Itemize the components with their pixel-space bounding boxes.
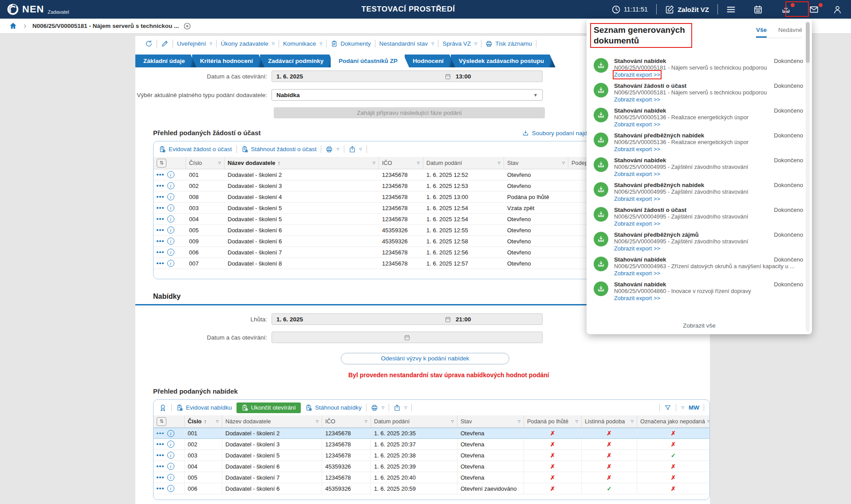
tab-kriteria-hodnoceni[interactable]: Kritéria hodnocení	[192, 55, 264, 67]
filter-icon[interactable]: ▽	[365, 419, 367, 423]
submission-type-select[interactable]: Nabídka ▼	[272, 89, 543, 101]
zalozit-vz-button[interactable]: Založit VZ	[662, 3, 712, 16]
stahnout-zadosti-o-ucast-button[interactable]: Stáhnout žádosti o účast	[241, 146, 317, 153]
menu-sprava-vz[interactable]: Správa VZ▽	[442, 40, 477, 47]
row-info-icon[interactable]: i	[167, 452, 174, 459]
user-profile-button[interactable]	[830, 3, 845, 16]
column-header-listinna-podoba[interactable]: Listinná podoba▽	[582, 415, 637, 427]
evidovat-zadost-o-ucast-button[interactable]: Evidovat žádost o účast	[159, 146, 232, 153]
table-row[interactable]: i001Dodavatel - školení 2123456781. 6. 2…	[154, 428, 709, 439]
filter-icon[interactable]: ▽	[631, 419, 634, 423]
row-actions-button[interactable]	[157, 196, 164, 198]
submission-files-link[interactable]: Soubory podaní najdete	[522, 130, 595, 137]
row-actions-button[interactable]	[157, 251, 164, 253]
column-settings-icon[interactable]: ⇅	[157, 159, 166, 168]
scrollbar-thumb[interactable]	[806, 22, 810, 63]
tab-zakladni-udaje[interactable]: Základní údaje	[135, 55, 197, 67]
filter-icon[interactable]: ▽	[562, 161, 565, 165]
table-row[interactable]: i004Dodavatel - školení 6453593261. 6. 2…	[154, 461, 709, 472]
column-header-datum-podani[interactable]: Datum podání▽	[423, 157, 504, 169]
tab-podani-ucastniku-zp[interactable]: Podání účastníků ZP	[331, 55, 409, 67]
table-row[interactable]: i003Dodavatel - školení 5123456781. 6. 2…	[154, 450, 709, 461]
generated-documents-button[interactable]	[779, 3, 793, 16]
opening-datetime-input[interactable]: 1. 6. 2025 13:00	[272, 70, 543, 82]
row-info-icon[interactable]: i	[167, 249, 174, 256]
row-info-icon[interactable]: i	[167, 193, 174, 200]
row-actions-button[interactable]	[157, 218, 164, 220]
show-export-link[interactable]: Zobrazit export >>	[614, 71, 660, 78]
refresh-icon[interactable]	[145, 40, 153, 47]
user-initials-badge[interactable]: MW	[689, 404, 699, 411]
row-actions-button[interactable]	[157, 207, 164, 209]
filter-icon[interactable]: ▽	[316, 419, 319, 423]
show-export-link[interactable]: Zobrazit export >>	[614, 245, 660, 252]
show-export-link[interactable]: Zobrazit export >>	[614, 96, 660, 103]
home-icon[interactable]	[9, 22, 17, 30]
row-actions-button[interactable]	[157, 240, 164, 242]
close-tab-icon[interactable]	[183, 22, 191, 30]
calendar-small-icon[interactable]	[445, 316, 451, 323]
column-header-ico[interactable]: IČO▽	[322, 415, 371, 427]
messages-button[interactable]	[807, 3, 821, 16]
row-actions-button[interactable]	[157, 454, 164, 456]
column-header-stav[interactable]: Stav▽	[504, 157, 568, 169]
filter-icon[interactable]: ▽	[216, 419, 219, 423]
offers-opening-input[interactable]	[272, 332, 543, 343]
row-info-icon[interactable]: i	[167, 227, 174, 234]
tab-vysledek-zadavaciho-postupu[interactable]: Výsledek zadávacího postupu	[451, 55, 556, 67]
panel-tab-vse[interactable]: Vše	[756, 27, 767, 38]
row-info-icon[interactable]: i	[167, 171, 174, 178]
row-actions-button[interactable]	[157, 262, 164, 264]
row-info-icon[interactable]: i	[167, 182, 174, 189]
filter-icon[interactable]: ▽	[451, 419, 454, 423]
column-header-datum-podani[interactable]: Datum podání▽	[371, 415, 457, 427]
calendar-button[interactable]	[751, 3, 765, 16]
panel-tab-nedavne[interactable]: Nedávné	[778, 27, 802, 38]
filter-icon[interactable]: ▽	[498, 161, 500, 165]
row-info-icon[interactable]: i	[167, 238, 174, 245]
menu-nestandardni-stav[interactable]: Nestandardní stav▽	[379, 40, 434, 47]
row-info-icon[interactable]: i	[167, 474, 174, 481]
column-header-nazev-dodavatele[interactable]: Název dodavatele↑▽	[225, 157, 379, 169]
row-info-icon[interactable]: i	[167, 204, 174, 211]
tab-zadavaci-podminky[interactable]: Zadávací podmínky	[260, 55, 335, 67]
menu-tisk-zaznamu[interactable]: Tisk záznamu	[485, 40, 532, 47]
export-menu-button[interactable]: ▽	[394, 404, 407, 411]
show-export-link[interactable]: Zobrazit export >>	[614, 195, 660, 203]
row-actions-button[interactable]	[157, 229, 164, 231]
filter-icon[interactable]: ▽	[575, 419, 578, 423]
edit-pencil-icon[interactable]	[161, 40, 169, 47]
stahnout-nabidky-button[interactable]: Stáhnout nabídky	[305, 404, 362, 411]
show-export-link[interactable]: Zobrazit export >>	[614, 171, 660, 178]
filter-icon[interactable]: ▽	[518, 419, 520, 423]
row-actions-button[interactable]	[157, 488, 164, 489]
evidovat-nabidku-button[interactable]: Evidovat nabídku	[176, 404, 232, 411]
show-export-link[interactable]: Zobrazit export >>	[614, 146, 660, 153]
show-export-link[interactable]: Zobrazit export >>	[614, 295, 660, 302]
panel-scrollbar[interactable]	[806, 21, 810, 332]
menu-dokumenty[interactable]: Dokumenty	[331, 40, 370, 47]
table-row[interactable]: i005Dodavatel - školení 7123456781. 6. 2…	[154, 472, 709, 483]
show-export-link[interactable]: Zobrazit export >>	[614, 270, 660, 277]
deadline-input[interactable]: 1. 6. 2025 21:00	[272, 313, 543, 325]
column-header-stav[interactable]: Stav▽	[457, 415, 524, 427]
row-actions-button[interactable]	[157, 185, 164, 187]
filter-icon[interactable]: ▽	[373, 161, 375, 165]
column-header-ico[interactable]: IČO▽	[379, 157, 423, 169]
row-info-icon[interactable]: i	[167, 485, 174, 492]
tab-hodnoceni[interactable]: Hodnocení	[405, 55, 455, 67]
row-info-icon[interactable]: i	[167, 260, 174, 267]
menu-ukony-zadavatele[interactable]: Úkony zadavatele▽	[221, 40, 274, 47]
show-export-link[interactable]: Zobrazit export >>	[614, 220, 660, 227]
menu-komunikace[interactable]: Komunikace▽	[283, 40, 322, 47]
ukoncit-otevirani-button[interactable]: Ukončit otevírání	[236, 402, 301, 413]
table-row[interactable]: i002Dodavatel - školení 3123456781. 6. 2…	[154, 439, 709, 450]
print-menu-button[interactable]: ▽	[371, 404, 384, 411]
row-actions-button[interactable]	[157, 477, 164, 478]
column-header-cislo[interactable]: Číslo↑▽	[185, 415, 222, 427]
row-actions-button[interactable]	[157, 465, 164, 467]
column-settings-icon[interactable]: ⇅	[157, 417, 166, 426]
menu-uverejneni[interactable]: Uveřejnění▽	[177, 40, 212, 47]
table-row[interactable]: i006Dodavatel - školení 6453593261. 6. 2…	[154, 483, 709, 494]
filter-button[interactable]	[664, 404, 671, 411]
